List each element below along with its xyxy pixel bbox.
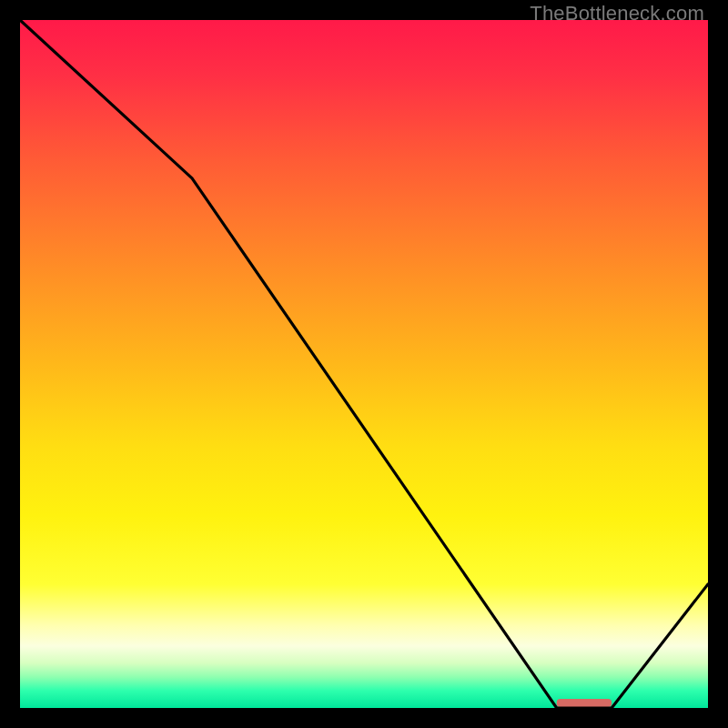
watermark-text: TheBottleneck.com bbox=[530, 2, 704, 25]
bottleneck-chart bbox=[20, 20, 708, 708]
chart-frame bbox=[20, 20, 708, 708]
gradient-background bbox=[20, 20, 708, 708]
optimum-marker bbox=[557, 699, 612, 707]
